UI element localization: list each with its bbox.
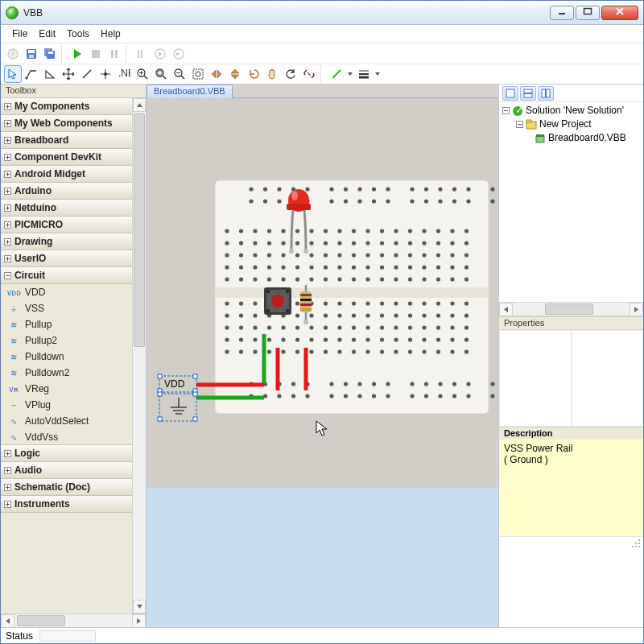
scroll-up-icon[interactable] (133, 98, 146, 112)
tree-collapse-icon[interactable] (516, 121, 523, 128)
menu-edit[interactable]: Edit (39, 28, 56, 39)
properties-grid[interactable] (499, 330, 643, 427)
thickness-dropdown[interactable] (374, 65, 382, 83)
scroll-thumb[interactable] (545, 303, 593, 315)
rotate-icon[interactable] (245, 65, 262, 83)
toolbox-category[interactable]: Netduino (1, 199, 132, 217)
toolbox-item[interactable]: ⎓VPlug (1, 397, 132, 413)
expand-icon[interactable] (4, 255, 11, 262)
toolbox-category[interactable]: Logic (1, 444, 132, 462)
solution-node[interactable]: Solution 'New Solution' (526, 104, 624, 118)
toolbox-category[interactable]: Arduino (1, 182, 132, 200)
pan-icon[interactable] (263, 65, 281, 83)
expand-icon[interactable] (4, 204, 11, 212)
toolbox-category[interactable]: Drawing (1, 233, 132, 250)
wire-color-icon[interactable] (328, 65, 345, 83)
collapse-icon[interactable] (4, 272, 11, 279)
expand-icon[interactable] (4, 450, 11, 457)
scroll-left-icon[interactable] (1, 614, 14, 628)
toolbox-category[interactable]: My Components (1, 98, 132, 115)
project-node[interactable]: New Project (539, 118, 592, 131)
scroll-left-icon[interactable] (499, 303, 513, 316)
flip-v-icon[interactable] (226, 65, 244, 83)
globe-icon[interactable] (4, 45, 22, 63)
pointer-icon[interactable] (4, 65, 22, 83)
expand-icon[interactable] (4, 238, 11, 246)
expand-icon[interactable] (4, 103, 11, 110)
zoom-out-icon[interactable] (171, 65, 188, 83)
break-link-icon[interactable] (300, 65, 318, 83)
scroll-track[interactable] (14, 614, 132, 627)
toolbox-item[interactable]: vʀVReg (1, 381, 132, 397)
expand-icon[interactable] (4, 501, 11, 508)
toolbox-item[interactable]: ≋Pulldown (1, 349, 132, 365)
step-over-icon[interactable] (170, 45, 188, 63)
zoom-region-icon[interactable] (189, 65, 207, 83)
expand-icon[interactable] (4, 484, 11, 491)
toolbox-item[interactable]: ≋Pullup (1, 316, 132, 332)
net-label-icon[interactable]: .NET (115, 65, 133, 83)
toolbox-item[interactable]: ≋Pullup2 (1, 332, 132, 349)
toolbox-hscrollbar[interactable] (1, 613, 146, 627)
route-icon[interactable] (23, 65, 40, 83)
scroll-down-icon[interactable] (133, 600, 146, 613)
toolbox-category[interactable]: PICMICRO (1, 216, 132, 233)
save-icon[interactable] (23, 45, 40, 63)
scroll-thumb[interactable] (134, 114, 145, 347)
zoom-in-icon[interactable] (134, 65, 151, 83)
toolbox-item[interactable]: vᴅᴅVDD (1, 284, 132, 300)
line-icon[interactable] (78, 65, 96, 83)
toolbox-item[interactable]: ∿VddVss (1, 429, 132, 445)
menu-file[interactable]: File (12, 28, 27, 39)
play-icon[interactable] (68, 45, 86, 63)
expand-icon[interactable] (4, 188, 11, 195)
stop-icon[interactable] (87, 45, 105, 63)
toolbox-category[interactable]: UserIO (1, 250, 132, 267)
file-node[interactable]: Breadboard0.VBB (548, 131, 626, 145)
view-split-v-icon[interactable] (538, 86, 554, 101)
tree-hscrollbar[interactable] (499, 302, 643, 316)
toolbox-item[interactable]: ≋Pulldown2 (1, 365, 132, 381)
thickness-icon[interactable] (355, 65, 373, 83)
step-into-icon[interactable] (151, 45, 169, 63)
scroll-right-icon[interactable] (630, 303, 643, 316)
close-button[interactable] (601, 6, 638, 20)
pause-icon[interactable] (105, 45, 123, 63)
toolbox-vscrollbar[interactable] (132, 98, 146, 613)
scroll-track[interactable] (133, 112, 146, 600)
junction-icon[interactable] (97, 65, 114, 83)
refresh-icon[interactable] (282, 65, 299, 83)
flip-h-icon[interactable] (208, 65, 225, 83)
maximize-button[interactable] (576, 6, 600, 20)
expand-icon[interactable] (4, 120, 11, 127)
view-single-icon[interactable] (502, 86, 518, 101)
toolbox-category[interactable]: Instruments (1, 495, 132, 513)
toolbox-category[interactable]: Audio (1, 461, 132, 479)
resize-grip[interactable] (499, 536, 643, 549)
toolbox-category[interactable]: Circuit (1, 266, 132, 284)
toolbox-category[interactable]: Component DevKit (1, 148, 132, 166)
minimize-button[interactable] (550, 6, 574, 20)
tab-breadboard0[interactable]: Breadboard0.VBB (147, 85, 233, 98)
move-icon[interactable] (60, 65, 77, 83)
toolbox-category[interactable]: Breadboard (1, 131, 132, 149)
scroll-right-icon[interactable] (132, 614, 146, 628)
toolbox-list[interactable]: My ComponentsMy Web ComponentsBreadboard… (1, 98, 132, 613)
expand-icon[interactable] (4, 467, 11, 474)
toolbox-category[interactable]: Schematic (Doc) (1, 478, 132, 496)
canvas[interactable]: VDD (147, 98, 498, 627)
view-split-h-icon[interactable] (520, 86, 536, 101)
expand-icon[interactable] (4, 137, 11, 144)
expand-icon[interactable] (4, 154, 11, 161)
toolbox-item[interactable]: ∿AutoVddSelect (1, 413, 132, 429)
step-back-icon[interactable] (133, 45, 151, 63)
menu-help[interactable]: Help (101, 28, 121, 39)
tree-collapse-icon[interactable] (502, 107, 510, 114)
wire-color-dropdown[interactable] (346, 65, 354, 83)
zoom-fit-icon[interactable] (152, 65, 170, 83)
toolbox-item[interactable]: ⏚VSS (1, 300, 132, 316)
scroll-track[interactable] (513, 303, 630, 316)
expand-icon[interactable] (4, 221, 11, 229)
expand-icon[interactable] (4, 171, 11, 178)
menu-tools[interactable]: Tools (67, 28, 89, 39)
